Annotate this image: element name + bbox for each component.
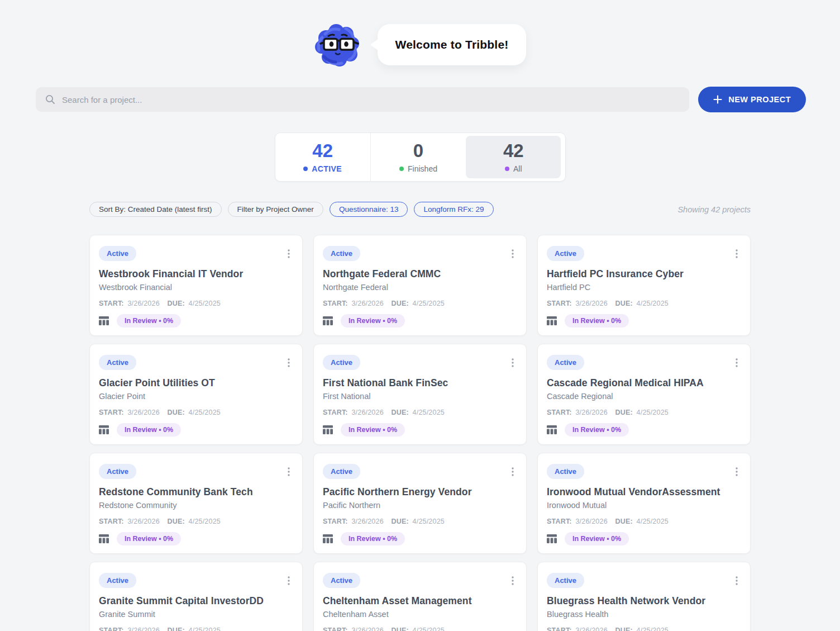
review-status-badge: In Review • 0% [565, 314, 629, 328]
stat-all[interactable]: 42 All [466, 136, 561, 178]
due-date: 4/25/2025 [413, 627, 445, 631]
kebab-menu-icon [288, 249, 290, 258]
card-menu-button[interactable] [732, 356, 741, 369]
project-card[interactable]: Active Hartfield PC Insurance Cyber Hart… [537, 235, 751, 336]
status-badge: Active [547, 573, 584, 588]
table-icon [547, 425, 557, 434]
all-dot-icon [505, 167, 509, 171]
due-date: 4/25/2025 [413, 300, 445, 307]
review-status-badge: In Review • 0% [341, 532, 405, 545]
active-dot-icon [303, 167, 308, 171]
stat-all-label: All [513, 164, 522, 173]
review-status-badge: In Review • 0% [117, 423, 181, 437]
card-menu-button[interactable] [284, 247, 293, 260]
due-date: 4/25/2025 [189, 300, 221, 307]
project-dates: START: 3/26/2026 DUE: 4/25/2025 [99, 627, 293, 631]
project-dates: START: 3/26/2026 DUE: 4/25/2025 [547, 627, 741, 631]
start-label: START: [547, 518, 572, 525]
card-menu-button[interactable] [508, 465, 517, 478]
project-card[interactable]: Active Glacier Point Utilities OT Glacie… [89, 344, 303, 445]
project-subtitle: Bluegrass Health [547, 610, 741, 619]
kebab-menu-icon [736, 576, 738, 585]
start-label: START: [99, 409, 124, 416]
card-menu-button[interactable] [508, 574, 517, 587]
table-icon [323, 425, 333, 434]
stat-finished-label: Finished [408, 164, 437, 173]
card-menu-button[interactable] [508, 247, 517, 260]
search-input[interactable] [62, 95, 680, 105]
due-date: 4/25/2025 [413, 409, 445, 416]
project-card[interactable]: Active First National Bank FinSec First … [313, 344, 527, 445]
card-menu-button[interactable] [284, 356, 293, 369]
sort-by-chip[interactable]: Sort By: Created Date (latest first) [89, 202, 222, 217]
project-card[interactable]: Active Granite Summit Capital InvestorDD… [89, 562, 303, 631]
project-card[interactable]: Active Cheltenham Asset Management Chelt… [313, 562, 527, 631]
stat-active[interactable]: 42 ACTIVE [275, 133, 370, 181]
project-subtitle: Redstone Community [99, 501, 293, 510]
start-date: 3/26/2026 [351, 300, 383, 307]
welcome-header: Welcome to Tribble! [0, 0, 840, 68]
kebab-menu-icon [512, 249, 514, 258]
project-dates: START: 3/26/2026 DUE: 4/25/2025 [99, 409, 293, 416]
card-menu-button[interactable] [732, 247, 741, 260]
search-box[interactable] [36, 87, 689, 112]
card-menu-button[interactable] [508, 356, 517, 369]
filter-owner-chip[interactable]: Filter by Project Owner [228, 202, 323, 217]
card-menu-button[interactable] [284, 465, 293, 478]
due-label: DUE: [168, 409, 185, 416]
stat-finished-value: 0 [413, 141, 423, 160]
review-status-badge: In Review • 0% [341, 423, 405, 437]
kebab-menu-icon [288, 576, 290, 585]
project-card[interactable]: Active Redstone Community Bank Tech Reds… [89, 453, 303, 554]
stat-all-value: 42 [503, 141, 524, 160]
project-card[interactable]: Active Pacific Northern Energy Vendor Pa… [313, 453, 527, 554]
status-badge: Active [547, 464, 584, 479]
status-badge: Active [99, 573, 136, 588]
project-subtitle: Northgate Federal [323, 283, 517, 292]
project-card[interactable]: Active Westbrook Financial IT Vendor Wes… [89, 235, 303, 336]
stat-active-label: ACTIVE [312, 164, 342, 173]
status-badge: Active [547, 355, 584, 370]
project-dates: START: 3/26/2026 DUE: 4/25/2025 [323, 409, 517, 416]
start-label: START: [323, 627, 348, 631]
status-badge: Active [323, 573, 360, 588]
start-date: 3/26/2026 [127, 627, 159, 631]
card-menu-button[interactable] [732, 574, 741, 587]
start-date: 3/26/2026 [575, 409, 607, 416]
search-icon [45, 94, 55, 105]
new-project-button[interactable]: NEW PROJECT [698, 87, 806, 112]
plus-icon [713, 95, 722, 104]
project-dates: START: 3/26/2026 DUE: 4/25/2025 [547, 518, 741, 525]
start-label: START: [547, 300, 572, 307]
projects-grid: Active Westbrook Financial IT Vendor Wes… [89, 235, 751, 631]
status-badge: Active [323, 355, 360, 370]
project-title: First National Bank FinSec [323, 377, 517, 389]
review-status-badge: In Review • 0% [341, 314, 405, 328]
project-subtitle: Ironwood Mutual [547, 501, 741, 510]
project-subtitle: Granite Summit [99, 610, 293, 619]
card-menu-button[interactable] [732, 465, 741, 478]
due-label: DUE: [392, 409, 409, 416]
status-badge: Active [99, 464, 136, 479]
review-status-badge: In Review • 0% [117, 532, 181, 545]
longform-rfx-chip[interactable]: Longform RFx: 29 [414, 202, 493, 217]
project-card[interactable]: Active Ironwood Mutual VendorAssessment … [537, 453, 751, 554]
project-dates: START: 3/26/2026 DUE: 4/25/2025 [547, 409, 741, 416]
project-card[interactable]: Active Northgate Federal CMMC Northgate … [313, 235, 527, 336]
start-date: 3/26/2026 [127, 300, 159, 307]
table-icon [99, 425, 109, 434]
start-date: 3/26/2026 [575, 300, 607, 307]
status-badge: Active [547, 246, 584, 261]
stat-finished[interactable]: 0 Finished [370, 133, 466, 181]
card-menu-button[interactable] [284, 574, 293, 587]
questionnaire-chip[interactable]: Questionnaire: 13 [330, 202, 408, 217]
kebab-menu-icon [288, 358, 290, 367]
kebab-menu-icon [512, 576, 514, 585]
stat-active-value: 42 [312, 141, 333, 160]
start-label: START: [323, 518, 348, 525]
project-card[interactable]: Active Bluegrass Health Network Vendor B… [537, 562, 751, 631]
project-card[interactable]: Active Cascade Regional Medical HIPAA Ca… [537, 344, 751, 445]
status-badge: Active [323, 464, 360, 479]
start-label: START: [99, 627, 124, 631]
table-icon [323, 534, 333, 543]
